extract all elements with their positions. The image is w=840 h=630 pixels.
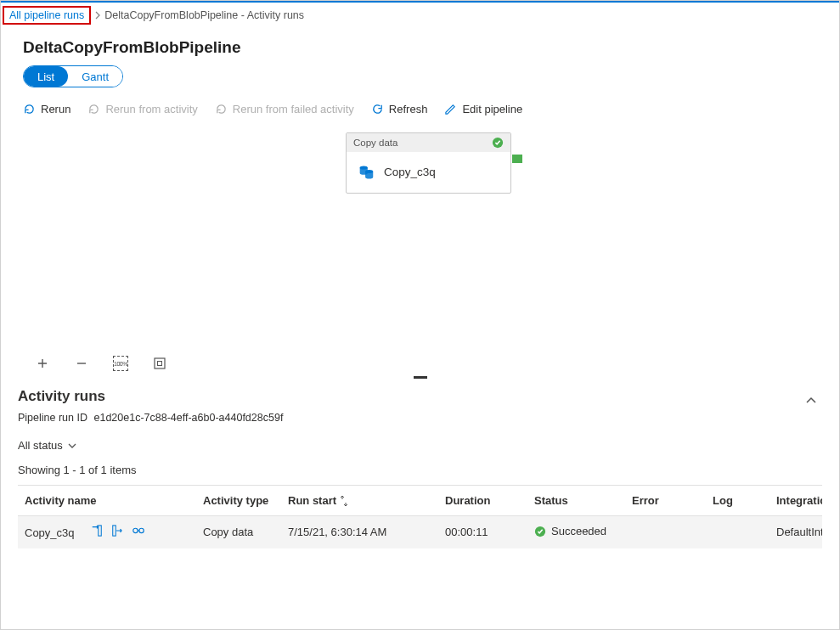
svg-point-7 bbox=[133, 528, 138, 532]
cell-activity-name: Copy_c3q bbox=[25, 526, 75, 539]
rerun-from-activity-button: Rerun from activity bbox=[87, 103, 197, 115]
cell-run-start: 7/15/21, 6:30:14 AM bbox=[281, 516, 438, 548]
splitter-handle[interactable] bbox=[1, 371, 839, 383]
chevron-right-icon bbox=[94, 11, 101, 20]
input-icon[interactable] bbox=[91, 525, 103, 537]
activity-node-body: Copy_c3q bbox=[347, 152, 510, 193]
activity-node-header: Copy data bbox=[347, 133, 510, 152]
svg-rect-3 bbox=[155, 358, 165, 368]
col-run-start-label: Run start bbox=[288, 494, 336, 507]
output-connector bbox=[512, 155, 522, 163]
zoom-out-button[interactable] bbox=[74, 356, 89, 371]
col-status[interactable]: Status bbox=[527, 486, 625, 516]
cell-log bbox=[706, 516, 770, 548]
rerun-failed-label: Rerun from failed activity bbox=[233, 103, 354, 115]
rerun-failed-icon bbox=[215, 103, 228, 115]
activity-runs-heading: Activity runs bbox=[18, 388, 105, 405]
rerun-activity-label: Rerun from activity bbox=[105, 103, 197, 115]
refresh-label: Refresh bbox=[389, 103, 428, 115]
view-toggle: List Gantt bbox=[23, 65, 123, 87]
col-run-start[interactable]: Run start bbox=[281, 486, 438, 516]
activity-name-text: Copy_c3q bbox=[384, 166, 436, 178]
svg-point-8 bbox=[139, 528, 144, 532]
cell-status: Succeeded bbox=[551, 525, 606, 537]
activity-node[interactable]: Copy data Copy_c3q bbox=[346, 132, 511, 194]
rerun-button[interactable]: Rerun bbox=[23, 103, 70, 115]
svg-rect-4 bbox=[158, 362, 162, 366]
run-id-label: Pipeline run ID bbox=[18, 412, 87, 424]
svg-rect-5 bbox=[99, 526, 102, 536]
rerun-icon bbox=[23, 103, 36, 115]
col-activity-name[interactable]: Activity name bbox=[18, 486, 196, 516]
status-filter-dropdown[interactable]: All status bbox=[18, 439, 76, 452]
activity-type-label: Copy data bbox=[353, 138, 397, 148]
pencil-icon bbox=[444, 103, 457, 115]
toolbar: Rerun Rerun from activity Rerun from fai… bbox=[23, 98, 824, 124]
breadcrumb: All pipeline runs DeltaCopyFromBlobPipel… bbox=[1, 3, 839, 28]
item-count-text: Showing 1 - 1 of 1 items bbox=[18, 464, 822, 476]
cell-integration: DefaultIntegr bbox=[770, 516, 822, 548]
view-toggle-list[interactable]: List bbox=[24, 66, 68, 87]
collapse-panel-button[interactable] bbox=[800, 391, 822, 409]
zoom-reset-button[interactable]: 100% bbox=[113, 356, 128, 371]
glasses-icon[interactable] bbox=[132, 525, 145, 537]
rerun-from-failed-button: Rerun from failed activity bbox=[215, 103, 354, 115]
zoom-in-button[interactable] bbox=[35, 356, 50, 371]
cell-duration: 00:00:11 bbox=[438, 516, 527, 548]
breadcrumb-root-link[interactable]: All pipeline runs bbox=[3, 6, 91, 25]
success-check-icon bbox=[492, 137, 504, 149]
sort-icon bbox=[340, 496, 348, 506]
rerun-label: Rerun bbox=[41, 103, 70, 115]
drag-handle-icon bbox=[414, 376, 427, 379]
cell-activity-type: Copy data bbox=[196, 516, 281, 548]
view-toggle-gantt[interactable]: Gantt bbox=[68, 66, 122, 87]
canvas-controls: 100% bbox=[35, 356, 167, 371]
refresh-icon bbox=[371, 103, 384, 115]
pipeline-canvas[interactable]: Copy data Copy_c3q bbox=[23, 129, 824, 371]
chevron-down-icon bbox=[68, 442, 76, 449]
col-activity-type[interactable]: Activity type bbox=[196, 486, 281, 516]
run-id-value: e1d20e1c-7c88-4eff-a6b0-a440fd28c59f bbox=[93, 412, 283, 424]
col-integration[interactable]: Integration r bbox=[770, 486, 822, 516]
database-icon bbox=[357, 162, 375, 181]
col-error[interactable]: Error bbox=[625, 486, 706, 516]
fit-screen-button[interactable] bbox=[152, 356, 167, 371]
svg-rect-6 bbox=[113, 526, 116, 536]
col-log[interactable]: Log bbox=[706, 486, 770, 516]
page-title: DeltaCopyFromBlobPipeline bbox=[23, 38, 824, 57]
output-icon[interactable] bbox=[111, 525, 123, 537]
pipeline-run-id: Pipeline run ID e1d20e1c-7c88-4eff-a6b0-… bbox=[18, 412, 822, 424]
edit-pipeline-button[interactable]: Edit pipeline bbox=[444, 103, 522, 115]
breadcrumb-current: DeltaCopyFromBlobPipeline - Activity run… bbox=[104, 9, 304, 21]
col-duration[interactable]: Duration bbox=[438, 486, 527, 516]
status-filter-label: All status bbox=[18, 439, 63, 452]
refresh-button[interactable]: Refresh bbox=[371, 103, 428, 115]
cell-error bbox=[625, 516, 706, 548]
activity-runs-table: Activity name Activity type Run start Du… bbox=[18, 485, 822, 548]
rerun-activity-icon bbox=[87, 103, 100, 115]
table-row[interactable]: Copy_c3q Copy data 7/15/21, 6: bbox=[18, 516, 822, 548]
edit-label: Edit pipeline bbox=[462, 103, 522, 115]
status-success-icon bbox=[534, 526, 546, 537]
